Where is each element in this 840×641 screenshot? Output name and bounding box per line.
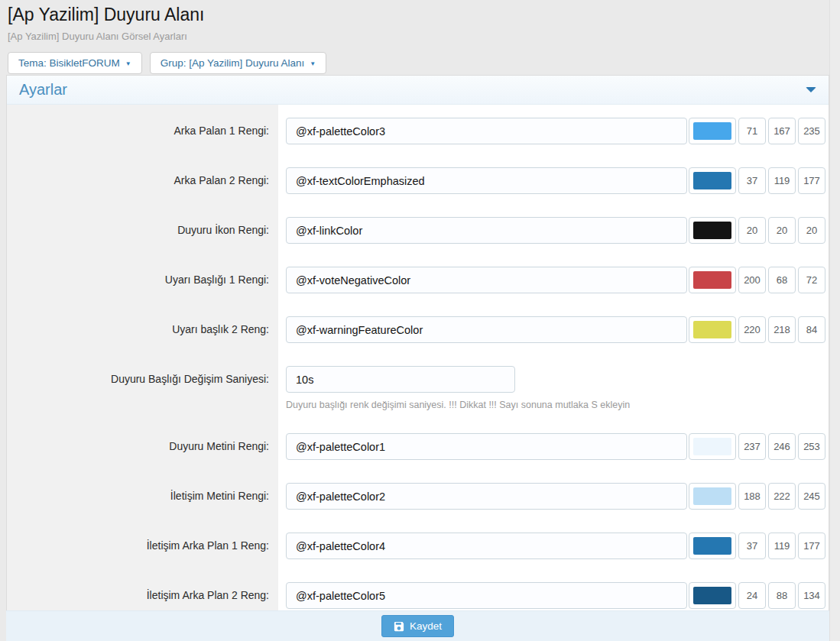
- row-main: 24 88 134: [286, 582, 825, 609]
- section-title: Ayarlar: [19, 81, 67, 99]
- row-main: 188 222 245: [286, 483, 825, 510]
- color-swatch[interactable]: [689, 316, 736, 343]
- setting-row: Uyarı Başlığı 1 Rengi: 200 68 72: [7, 267, 829, 293]
- swatch-group: 37 119 177: [687, 533, 825, 559]
- rgb-value: 37: [738, 167, 766, 194]
- rgb-value: 134: [798, 582, 825, 609]
- rgb-value: 119: [768, 167, 796, 194]
- rgb-value: 167: [768, 118, 796, 144]
- color-swatch-fill: [693, 438, 731, 455]
- settings-panel: Ayarlar Arka Palan 1 Rengi: 71 167 235 A…: [6, 75, 829, 641]
- chevron-down-icon: ▼: [310, 60, 316, 67]
- row-main: 220 218 84: [286, 316, 825, 343]
- row-main: 20 20 20: [286, 217, 825, 244]
- row-content: Duyuru başlığı renk değişimi saniyesi. !…: [286, 366, 630, 410]
- settings-rows: Arka Palan 1 Rengi: 71 167 235 Arka Pala…: [7, 105, 829, 641]
- row-label: Duyuru Başlığı Değişim Saniyesi:: [7, 366, 278, 393]
- color-swatch[interactable]: [689, 267, 736, 293]
- row-label: İletişim Metini Rengi:: [7, 483, 278, 510]
- scrollbar-track[interactable]: [829, 0, 840, 641]
- rgb-value: 84: [798, 316, 825, 343]
- rgb-value: 188: [738, 483, 766, 510]
- setting-input[interactable]: [286, 167, 687, 194]
- row-main: 37 119 177: [286, 167, 825, 194]
- color-swatch-fill: [693, 122, 731, 140]
- row-content: 71 167 235: [286, 118, 825, 144]
- color-swatch[interactable]: [689, 433, 736, 460]
- rgb-value: 220: [738, 316, 766, 343]
- color-swatch-fill: [693, 537, 731, 555]
- theme-select-button[interactable]: Tema: BisikletFORUM ▼: [8, 52, 142, 74]
- row-content: 20 20 20: [286, 217, 825, 244]
- setting-row: İletişim Arka Plan 2 Reng: 24 88 134: [7, 582, 829, 609]
- color-swatch-fill: [693, 222, 731, 239]
- rgb-value: 20: [768, 217, 796, 244]
- setting-row: Uyarı başlık 2 Reng: 220 218 84: [7, 316, 829, 343]
- rgb-value: 235: [798, 118, 825, 144]
- setting-input[interactable]: [286, 582, 687, 609]
- rgb-value: 177: [798, 533, 825, 559]
- setting-hint: Duyuru başlığı renk değişimi saniyesi. !…: [286, 400, 630, 410]
- swatch-group: 220 218 84: [687, 316, 825, 343]
- collapse-chevron-icon[interactable]: [806, 87, 816, 92]
- color-swatch[interactable]: [689, 533, 736, 559]
- color-swatch-fill: [693, 321, 731, 338]
- row-main: 71 167 235: [286, 118, 825, 144]
- setting-input[interactable]: [286, 217, 687, 244]
- setting-row: İletişim Arka Plan 1 Reng: 37 119 177: [7, 533, 829, 559]
- row-content: 200 68 72: [286, 267, 825, 293]
- row-label: Duyuru Metini Rengi:: [7, 433, 278, 460]
- rgb-value: 37: [738, 533, 766, 559]
- setting-row: Duyuru Başlığı Değişim Saniyesi: Duyuru …: [7, 366, 829, 410]
- rgb-value: 246: [768, 433, 796, 460]
- rgb-value: 222: [768, 483, 796, 510]
- color-swatch[interactable]: [689, 483, 736, 510]
- setting-input[interactable]: [286, 366, 515, 393]
- row-label: Arka Palan 2 Rengi:: [7, 167, 278, 194]
- rgb-value: 71: [738, 118, 766, 144]
- group-select-button[interactable]: Grup: [Ap Yazilim] Duyuru Alanı ▼: [150, 52, 327, 74]
- rgb-value: 20: [798, 217, 825, 244]
- setting-input[interactable]: [286, 316, 687, 343]
- rgb-value: 177: [798, 167, 825, 194]
- color-swatch-fill: [693, 587, 731, 604]
- setting-row: Arka Palan 1 Rengi: 71 167 235: [7, 118, 829, 144]
- row-main: 200 68 72: [286, 267, 825, 293]
- rgb-value: 253: [798, 433, 825, 460]
- save-button[interactable]: Kaydet: [381, 615, 454, 637]
- rgb-value: 237: [738, 433, 766, 460]
- row-label: İletişim Arka Plan 1 Reng:: [7, 533, 278, 559]
- swatch-group: 24 88 134: [687, 582, 825, 609]
- setting-input[interactable]: [286, 533, 687, 559]
- swatch-group: 188 222 245: [687, 483, 825, 510]
- setting-input[interactable]: [286, 433, 687, 460]
- page-subtitle: [Ap Yazilim] Duyuru Alanı Görsel Ayarlar…: [8, 31, 829, 42]
- rgb-value: 200: [738, 267, 766, 293]
- rgb-value: 218: [768, 316, 796, 343]
- theme-select-label: Tema: BisikletFORUM: [18, 57, 120, 69]
- rgb-value: 72: [798, 267, 825, 293]
- save-icon: [394, 621, 404, 632]
- row-content: 37 119 177: [286, 533, 825, 559]
- setting-input[interactable]: [286, 118, 687, 144]
- color-swatch[interactable]: [689, 582, 736, 609]
- setting-input[interactable]: [286, 267, 687, 293]
- setting-input[interactable]: [286, 483, 687, 510]
- row-content: 188 222 245: [286, 483, 825, 510]
- swatch-group: 200 68 72: [687, 267, 825, 293]
- swatch-group: 20 20 20: [687, 217, 825, 244]
- rgb-value: 88: [768, 582, 796, 609]
- color-swatch-fill: [693, 172, 731, 189]
- color-swatch[interactable]: [689, 167, 736, 194]
- row-main: 37 119 177: [286, 533, 825, 559]
- color-swatch[interactable]: [689, 118, 736, 144]
- row-label: Duyuru İkon Rengi:: [7, 217, 278, 244]
- color-swatch-fill: [693, 271, 731, 289]
- rgb-value: 68: [768, 267, 796, 293]
- rgb-value: 245: [798, 483, 825, 510]
- color-swatch[interactable]: [689, 217, 736, 244]
- color-swatch-fill: [693, 487, 731, 505]
- row-content: 220 218 84: [286, 316, 825, 343]
- row-main: 237 246 253: [286, 433, 825, 460]
- settings-section-header[interactable]: Ayarlar: [7, 76, 829, 105]
